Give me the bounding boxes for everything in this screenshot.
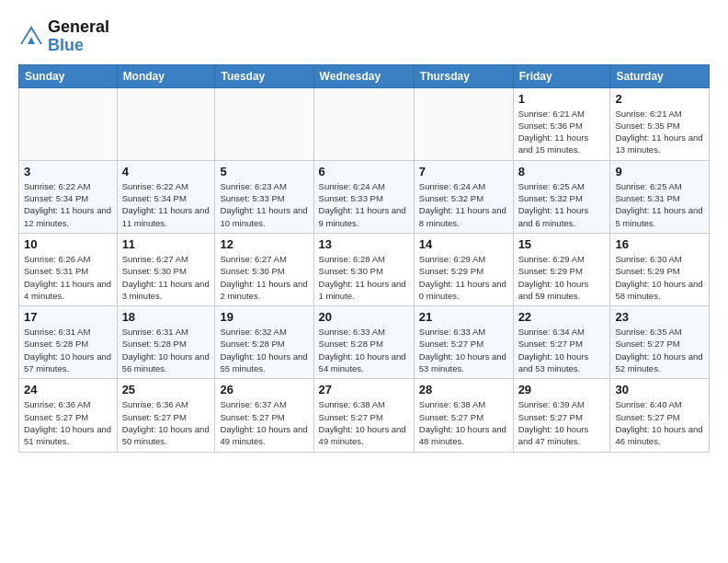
day-number: 14 (419, 237, 508, 251)
day-number: 22 (518, 310, 606, 324)
week-row-2: 3Sunrise: 6:22 AM Sunset: 5:34 PM Daylig… (19, 160, 710, 233)
day-info: Sunrise: 6:39 AM Sunset: 5:27 PM Dayligh… (518, 398, 606, 447)
day-info: Sunrise: 6:33 AM Sunset: 5:27 PM Dayligh… (419, 326, 508, 374)
day-cell (313, 87, 414, 160)
calendar-table: SundayMondayTuesdayWednesdayThursdayFrid… (18, 64, 710, 453)
day-info: Sunrise: 6:22 AM Sunset: 5:34 PM Dayligh… (122, 180, 210, 229)
day-number: 2 (615, 92, 704, 106)
day-cell: 28Sunrise: 6:38 AM Sunset: 5:27 PM Dayli… (414, 379, 513, 452)
day-info: Sunrise: 6:33 AM Sunset: 5:28 PM Dayligh… (319, 326, 409, 374)
day-info: Sunrise: 6:37 AM Sunset: 5:27 PM Dayligh… (220, 398, 308, 447)
day-number: 4 (122, 165, 210, 178)
day-info: Sunrise: 6:40 AM Sunset: 5:27 PM Dayligh… (615, 398, 704, 447)
day-cell: 13Sunrise: 6:28 AM Sunset: 5:30 PM Dayli… (313, 233, 414, 305)
page: GeneralBlue SundayMondayTuesdayWednesday… (0, 0, 728, 563)
day-info: Sunrise: 6:28 AM Sunset: 5:30 PM Dayligh… (319, 253, 409, 302)
weekday-header-saturday: Saturday (610, 64, 710, 87)
day-number: 30 (615, 383, 704, 396)
day-number: 21 (419, 310, 508, 324)
day-info: Sunrise: 6:38 AM Sunset: 5:27 PM Dayligh… (319, 398, 409, 447)
weekday-header-monday: Monday (117, 64, 215, 87)
day-number: 27 (319, 383, 409, 396)
header: GeneralBlue (18, 15, 710, 55)
week-row-1: 1Sunrise: 6:21 AM Sunset: 5:36 PM Daylig… (19, 87, 710, 160)
day-info: Sunrise: 6:27 AM Sunset: 5:30 PM Dayligh… (122, 253, 210, 302)
day-cell: 17Sunrise: 6:31 AM Sunset: 5:28 PM Dayli… (19, 306, 118, 379)
day-cell: 20Sunrise: 6:33 AM Sunset: 5:28 PM Dayli… (313, 306, 414, 379)
day-info: Sunrise: 6:23 AM Sunset: 5:33 PM Dayligh… (220, 180, 308, 229)
logo-general: General (48, 17, 109, 36)
day-number: 5 (220, 165, 308, 178)
day-cell: 12Sunrise: 6:27 AM Sunset: 5:30 PM Dayli… (215, 233, 313, 305)
day-number: 28 (419, 383, 508, 396)
day-number: 12 (220, 237, 308, 251)
day-cell: 9Sunrise: 6:25 AM Sunset: 5:31 PM Daylig… (610, 160, 710, 233)
day-cell: 23Sunrise: 6:35 AM Sunset: 5:27 PM Dayli… (610, 306, 710, 379)
day-info: Sunrise: 6:22 AM Sunset: 5:34 PM Dayligh… (24, 180, 112, 229)
logo-icon (18, 24, 44, 50)
day-cell (215, 87, 313, 160)
day-number: 16 (615, 237, 704, 251)
day-info: Sunrise: 6:29 AM Sunset: 5:29 PM Dayligh… (518, 253, 606, 302)
day-cell: 6Sunrise: 6:24 AM Sunset: 5:33 PM Daylig… (313, 160, 414, 233)
day-info: Sunrise: 6:24 AM Sunset: 5:33 PM Dayligh… (319, 180, 409, 229)
day-info: Sunrise: 6:25 AM Sunset: 5:32 PM Dayligh… (518, 180, 606, 229)
day-info: Sunrise: 6:27 AM Sunset: 5:30 PM Dayligh… (220, 253, 308, 302)
day-info: Sunrise: 6:24 AM Sunset: 5:32 PM Dayligh… (419, 180, 508, 229)
day-info: Sunrise: 6:36 AM Sunset: 5:27 PM Dayligh… (122, 398, 210, 447)
day-cell: 18Sunrise: 6:31 AM Sunset: 5:28 PM Dayli… (117, 306, 215, 379)
day-cell (19, 87, 118, 160)
day-cell: 7Sunrise: 6:24 AM Sunset: 5:32 PM Daylig… (414, 160, 513, 233)
day-number: 18 (122, 310, 210, 324)
logo-blue: Blue (48, 36, 84, 54)
day-info: Sunrise: 6:29 AM Sunset: 5:29 PM Dayligh… (419, 253, 508, 302)
day-cell: 25Sunrise: 6:36 AM Sunset: 5:27 PM Dayli… (117, 379, 215, 452)
day-cell: 27Sunrise: 6:38 AM Sunset: 5:27 PM Dayli… (313, 379, 414, 452)
day-info: Sunrise: 6:32 AM Sunset: 5:28 PM Dayligh… (220, 326, 308, 374)
day-number: 20 (319, 310, 409, 324)
day-number: 9 (615, 165, 704, 178)
weekday-header-friday: Friday (513, 64, 610, 87)
day-number: 7 (419, 165, 508, 178)
day-info: Sunrise: 6:30 AM Sunset: 5:29 PM Dayligh… (615, 253, 704, 302)
day-info: Sunrise: 6:35 AM Sunset: 5:27 PM Dayligh… (615, 326, 704, 374)
day-number: 29 (518, 383, 606, 396)
day-number: 1 (518, 92, 606, 106)
day-info: Sunrise: 6:36 AM Sunset: 5:27 PM Dayligh… (24, 398, 112, 447)
day-cell: 19Sunrise: 6:32 AM Sunset: 5:28 PM Dayli… (215, 306, 313, 379)
day-cell (414, 87, 513, 160)
day-cell (117, 87, 215, 160)
day-cell: 8Sunrise: 6:25 AM Sunset: 5:32 PM Daylig… (513, 160, 610, 233)
day-cell: 24Sunrise: 6:36 AM Sunset: 5:27 PM Dayli… (19, 379, 118, 452)
logo-text: GeneralBlue (48, 18, 109, 55)
day-number: 23 (615, 310, 704, 324)
day-number: 8 (518, 165, 606, 178)
day-number: 17 (24, 310, 112, 324)
day-cell: 22Sunrise: 6:34 AM Sunset: 5:27 PM Dayli… (513, 306, 610, 379)
day-info: Sunrise: 6:31 AM Sunset: 5:28 PM Dayligh… (122, 326, 210, 374)
day-cell: 26Sunrise: 6:37 AM Sunset: 5:27 PM Dayli… (215, 379, 313, 452)
day-cell: 29Sunrise: 6:39 AM Sunset: 5:27 PM Dayli… (513, 379, 610, 452)
day-number: 10 (24, 237, 112, 251)
day-number: 26 (220, 383, 308, 396)
day-number: 24 (24, 383, 112, 396)
day-cell: 4Sunrise: 6:22 AM Sunset: 5:34 PM Daylig… (117, 160, 215, 233)
week-row-4: 17Sunrise: 6:31 AM Sunset: 5:28 PM Dayli… (19, 306, 710, 379)
day-info: Sunrise: 6:21 AM Sunset: 5:35 PM Dayligh… (615, 108, 704, 156)
week-row-3: 10Sunrise: 6:26 AM Sunset: 5:31 PM Dayli… (19, 233, 710, 305)
day-number: 6 (319, 165, 409, 178)
weekday-header-sunday: Sunday (19, 64, 118, 87)
weekday-header-thursday: Thursday (414, 64, 513, 87)
week-row-5: 24Sunrise: 6:36 AM Sunset: 5:27 PM Dayli… (19, 379, 710, 452)
logo: GeneralBlue (18, 18, 109, 55)
day-info: Sunrise: 6:26 AM Sunset: 5:31 PM Dayligh… (24, 253, 112, 302)
day-number: 15 (518, 237, 606, 251)
day-cell: 11Sunrise: 6:27 AM Sunset: 5:30 PM Dayli… (117, 233, 215, 305)
weekday-header-wednesday: Wednesday (313, 64, 414, 87)
day-cell: 3Sunrise: 6:22 AM Sunset: 5:34 PM Daylig… (19, 160, 118, 233)
day-info: Sunrise: 6:34 AM Sunset: 5:27 PM Dayligh… (518, 326, 606, 374)
day-info: Sunrise: 6:25 AM Sunset: 5:31 PM Dayligh… (615, 180, 704, 229)
day-cell: 2Sunrise: 6:21 AM Sunset: 5:35 PM Daylig… (610, 87, 710, 160)
day-number: 3 (24, 165, 112, 178)
day-info: Sunrise: 6:38 AM Sunset: 5:27 PM Dayligh… (419, 398, 508, 447)
